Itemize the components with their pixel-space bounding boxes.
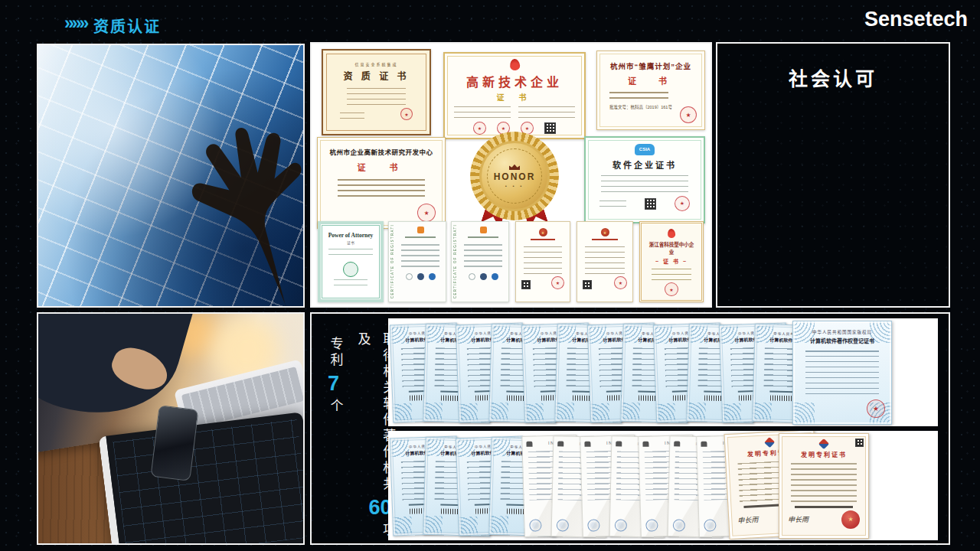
patent-unit: 个 [328,399,342,415]
faux-text-lines [334,279,368,286]
patent-cert-title: 发明专利证书 [786,450,861,458]
medal-inner-ring [487,148,542,204]
faux-title-line [405,236,435,240]
faux-text-lines [524,246,562,274]
coat-of-arms-icon [674,441,680,446]
cert-chuying-title: 杭州市“雏鹰计划”企业 [606,60,695,71]
cert-country-line: 中华人民共和国国家版权局 [799,329,885,335]
zhejiang-title: 浙江省科技型中小企业 [648,240,695,256]
coat-of-arms-icon [557,441,564,446]
faux-text-lines [464,244,501,270]
red-seal: ★ [665,282,678,296]
blue-round-seal [704,519,716,531]
coat-of-arms-icon [616,441,622,446]
coat-of-arms-icon [642,441,648,446]
cnipa-logo [818,438,829,448]
red-seal: ★ [675,196,690,211]
copyright-certs-row-1: 中华人民共和国 计算机软件著作权 中华人民共和国 计算机软件著作权 中华人民共和… [388,318,938,426]
csia-logo: CSIA [635,144,655,155]
faux-text-lines [585,246,625,274]
faux-title-line [531,239,555,243]
accreditation-seals [462,273,505,280]
red-seal: ★ [614,276,627,289]
faux-text-lines [338,179,425,199]
coat-of-arms-icon [701,441,707,446]
national-emblem: ★ [601,228,609,236]
poa-subtitle: 证书 [326,240,375,245]
signature-row: 申长雨 ★ [786,510,861,529]
copyright-certs-row-2: 中华人民共和国 计算机软件著作权 中华人民共和国 计算机软件著作权 中华人民共和… [388,431,938,540]
flame-emblem [509,58,520,70]
page-title: 资质认证 [93,15,161,37]
blue-round-seal [557,519,569,531]
cert-quality-header: 信息安全系统集成 [335,61,417,67]
photo-workspace [37,312,305,545]
cert-license-2: ★ ★ [577,221,633,302]
blue-round-seal [645,519,658,531]
patent-text: 专利 [328,337,342,369]
blue-round-seal [615,519,627,531]
red-seal: ★ [400,108,413,120]
photo-video-wall [37,44,305,308]
faux-text-lines [791,463,857,503]
honor-medal: HONOR • • • [467,132,562,227]
cert-chuying-subtitle: 证 书 [606,74,695,86]
chevrons-icon: »»» [64,15,87,32]
coat-of-arms-icon [526,441,532,446]
social-recognition-panel: 社会认可 [716,42,950,308]
signature: 申长雨 [788,514,808,524]
faux-text-lines [652,269,691,281]
signature: 申长雨 [737,514,759,524]
cert-hitech-subtitle: 证 书 [454,91,575,103]
patent-count: 7 [328,373,339,394]
cert-zhejiang-sme: 浙江省科技型中小企业 ~ 证 书 ~ ★ [639,221,704,302]
qr-code [521,280,531,289]
cert-title-line: 计算机软件著作权登记证书 [799,337,885,344]
cert-chuying: 杭州市“雏鹰计划”企业 证 书 批准文号：杭科高〔2019〕161号 ★ [596,51,705,130]
zhejiang-subtitle: ~ 证 书 ~ [648,257,695,265]
registration-side-text: CERTIFICATE OF REGISTRATION [390,225,394,298]
cert-quality-footer: ★ [335,108,417,120]
faux-text-lines [609,92,668,103]
cert-quality: 信息安全系统集成 资 质 证 书 ★ [322,49,431,135]
license-footer: ★ [583,276,627,289]
registrar-logo [417,227,424,233]
blue-round-seal [529,519,541,531]
cert-license-1: ★ ★ [515,221,570,302]
cert-rd-center: 杭州市企业高新技术研究开发中心 证 书 ★ [317,137,446,229]
cert-hitech: 高新技术企业 证 书 ★ ★ ★ [443,52,586,139]
national-emblem: ★ [539,228,547,236]
faux-text-lines [328,249,373,259]
cert-registration-2: CERTIFICATE OF REGISTRATION [451,221,509,302]
coat-of-arms-icon [584,441,590,446]
qr-code [583,280,592,289]
blue-round-seal [673,519,685,531]
faux-title-line [468,236,498,240]
faux-text-lines [599,201,626,207]
poa-title: Power of Attorney [326,232,375,239]
cert-software-enterprise: CSIA 软件企业证书 ★ [584,136,705,223]
faux-text-lines [347,88,406,105]
blue-round-seal [587,519,599,531]
green-seal [343,262,358,277]
cert-rd-center-subtitle: 证 书 [327,161,436,173]
qr-code [855,439,864,447]
faux-text-lines [340,112,364,120]
cert-registration-1: CERTIFICATE OF REGISTRATION [388,221,446,302]
faux-text-lines [601,175,688,194]
cert-quality-title: 资 质 证 书 [335,69,417,82]
accreditation-seals [399,273,442,280]
license-footer: ★ [521,276,564,289]
patent-count-text: 专利7个 [327,337,342,415]
cert-hitech-title: 高新技术企业 [454,72,575,90]
red-seal: ★ [417,204,436,222]
registrar-logo [480,227,487,233]
qr-code [645,198,656,210]
tablet-blueprint-lines [113,419,305,545]
flame-emblem [667,229,675,239]
faux-text-lines [454,106,511,119]
faux-text-lines [518,106,575,119]
red-emblem-seal: ★ [841,510,860,529]
brand-logo: Sensetech [864,8,968,31]
divider-bar [795,506,853,508]
